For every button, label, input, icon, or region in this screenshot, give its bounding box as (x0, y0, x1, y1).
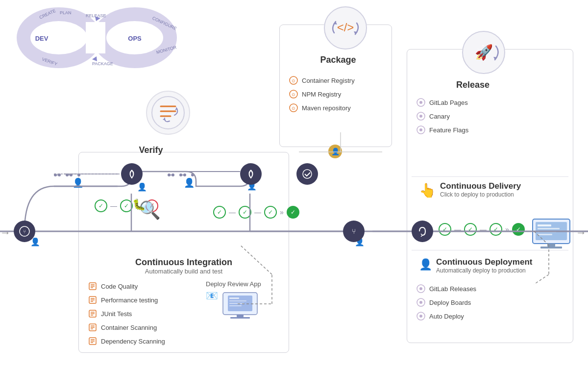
avatar-1: 👤 (73, 177, 83, 188)
bug-icon: 🐛 (132, 198, 146, 211)
svg-point-1 (99, 14, 170, 61)
svg-rect-80 (229, 300, 246, 301)
pipeline-start-arrow: → (0, 226, 11, 239)
package-section-icon: </> (323, 6, 368, 50)
svg-rect-91 (547, 244, 555, 247)
svg-text:DEV: DEV (35, 35, 49, 42)
feature-container-scanning: Container Scanning (88, 321, 165, 334)
svg-text:⊙: ⊙ (292, 106, 295, 111)
svg-rect-79 (229, 297, 239, 299)
release-section-icon: 🚀 (462, 30, 506, 74)
ci-title: Continuous Integration (78, 257, 289, 268)
svg-rect-90 (538, 234, 552, 235)
svg-rect-87 (538, 224, 551, 226)
check-r2: ✓ (464, 223, 477, 236)
svg-point-101 (77, 173, 80, 176)
svg-text:⊙: ⊙ (292, 78, 295, 83)
svg-text:VERIFY: VERIFY (41, 56, 58, 67)
ci-subtitle: Automatically build and test (78, 268, 289, 275)
check-2: ✓ (120, 199, 133, 212)
svg-text:MONITOR: MONITOR (156, 45, 177, 55)
release-loop-node (412, 221, 433, 242)
svg-point-31 (152, 97, 184, 129)
check-5: ✓ (264, 206, 277, 219)
feature-junit-tests: JUnit Tests (88, 307, 165, 321)
svg-rect-2 (86, 22, 105, 53)
svg-point-96 (303, 170, 312, 178)
feature-deploy-boards: Deploy Boards (416, 296, 476, 309)
feature-gitlab-releases: GitLab Releases (416, 282, 476, 296)
svg-point-106 (191, 173, 194, 176)
git-start-node: ⑂ (14, 221, 35, 242)
feature-performance-testing: Performance testing (88, 293, 165, 307)
feature-container-registry: ⊙ Container Registry (289, 74, 355, 87)
svg-point-50 (419, 128, 422, 131)
svg-text:CREATE: CREATE (39, 8, 57, 20)
feature-maven: ⊙ Maven repository (289, 101, 355, 115)
svg-text:OPS: OPS (128, 35, 142, 42)
release-label: Release (429, 80, 517, 90)
svg-point-0 (24, 14, 94, 61)
svg-point-56 (419, 315, 422, 318)
check-r3: ✓ (490, 223, 502, 236)
feature-dependency-scanning: Dependency Scanning (88, 334, 165, 348)
avatar-2: 👤 (137, 182, 147, 192)
svg-text:⊙: ⊙ (292, 92, 295, 97)
cdeploy-subtitle: Automatically deploy to production (436, 267, 532, 274)
cd-subtitle: Click to deploy to production (440, 191, 521, 198)
cd-hand-icon: 👆 (419, 182, 436, 198)
continuous-deployment-section: 👤 Continuous Deployment Automatically de… (419, 257, 532, 274)
svg-rect-89 (538, 231, 556, 232)
feature-canary: Canary (416, 109, 468, 123)
continuous-delivery-section: 👆 Continuous Delivery Click to deploy to… (419, 181, 521, 198)
svg-rect-83 (237, 315, 244, 317)
diagram-container: DEV OPS CREATE PLAN RELEASE CONFIGURE MO… (0, 0, 588, 371)
release-top-features: GitLab Pages Canary Feature Flags (416, 96, 468, 137)
verify-section-icon (146, 91, 190, 135)
svg-point-46 (419, 101, 422, 104)
package-avatar: 👤 (328, 145, 342, 158)
check-r1: ✓ (439, 223, 451, 236)
package-features: ⊙ Container Registry ⊙ NPM Registry ⊙ Ma… (289, 74, 355, 115)
svg-text:</>: </> (337, 21, 354, 34)
package-label: Package (301, 55, 375, 65)
feature-code-quality: Code Quality (88, 279, 165, 293)
svg-text:PACKAGE: PACKAGE (92, 61, 113, 66)
svg-text:🚀: 🚀 (475, 44, 493, 61)
svg-rect-92 (540, 247, 562, 248)
svg-text:⑂: ⑂ (23, 229, 26, 234)
svg-rect-88 (538, 228, 560, 229)
svg-rect-82 (229, 305, 242, 306)
merge-node: ⑂ (343, 221, 365, 242)
cd-deploy-icon: 👤 (419, 258, 432, 271)
release-bottom-features: GitLab Releases Deploy Boards Auto Deplo… (416, 282, 476, 323)
ci-title-area: Continuous Integration Automatically bui… (78, 257, 289, 275)
cdeploy-title: Continuous Deployment (436, 257, 532, 267)
release-divider-2 (412, 250, 568, 250)
svg-point-54 (419, 301, 422, 304)
svg-text:PLAN: PLAN (60, 10, 72, 15)
ci-features: Code Quality Performance testing JUnit T… (88, 279, 165, 348)
check-3: ✓ (213, 206, 226, 219)
verify-label: Verify (119, 145, 183, 155)
svg-rect-81 (229, 303, 244, 304)
svg-text:CONFIGURE: CONFIGURE (151, 16, 177, 31)
feature-npm-registry: ⊙ NPM Registry (289, 87, 355, 101)
svg-text:⑂: ⑂ (352, 227, 356, 235)
pipeline-end-arrow: → (576, 226, 587, 239)
svg-point-52 (419, 287, 422, 290)
check-4: ✓ (239, 206, 251, 219)
release-divider-1 (412, 176, 568, 177)
svg-rect-84 (230, 317, 250, 319)
check-1: ✓ (95, 199, 107, 212)
feature-feature-flags: Feature Flags (416, 123, 468, 137)
production-monitor (532, 218, 571, 254)
ci-sync-node-2 (240, 163, 262, 185)
feature-auto-deploy: Auto Deploy (416, 309, 476, 323)
deploy-review-monitor (220, 292, 260, 325)
check-row-right: ✓ — ✓ — ✓ » ✓ (213, 206, 299, 219)
check-row-release: ✓ — ✓ — ✓ » ✓ (439, 223, 525, 236)
svg-marker-13 (92, 56, 97, 61)
avatar-3: 👤 (184, 177, 195, 188)
check-node (296, 163, 318, 185)
